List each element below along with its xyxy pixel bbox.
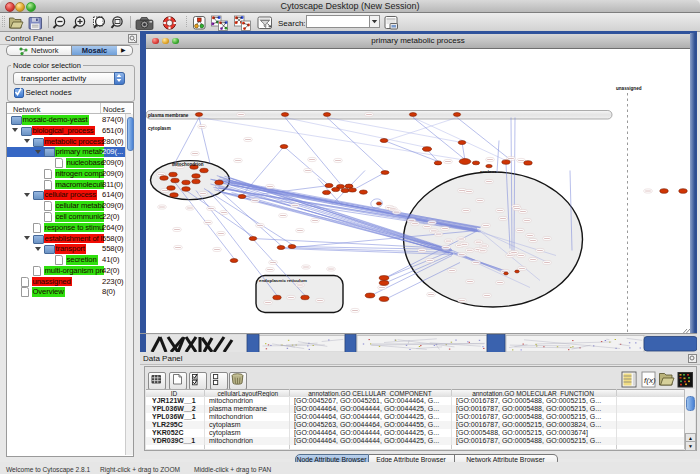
- svg-text:mitochondrion: mitochondrion: [172, 161, 204, 166]
- svg-text:nucleus: nucleus: [480, 169, 497, 174]
- svg-text:unassigned: unassigned: [616, 85, 642, 90]
- svg-text:Search:: Search:: [278, 19, 306, 28]
- svg-text:f(x): f(x): [644, 376, 656, 385]
- svg-text:plasma membrane: plasma membrane: [148, 112, 189, 117]
- svg-text:cytoplasm: cytoplasm: [148, 126, 171, 131]
- svg-text:endoplasmic reticulum: endoplasmic reticulum: [259, 278, 307, 283]
